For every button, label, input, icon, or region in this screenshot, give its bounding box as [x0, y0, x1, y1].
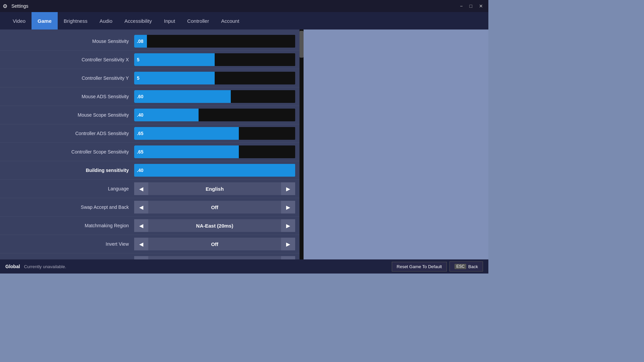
- mouse-sensitivity-label: Mouse Sensitivity: [0, 39, 134, 44]
- swap-accept-control: ◀ Off ▶: [134, 201, 297, 214]
- setting-building-sensitivity: Building sensitivity .40: [0, 161, 304, 180]
- matchmaking-region-next-button[interactable]: ▶: [281, 219, 295, 232]
- matchmaking-region-label: Matchmaking Region: [0, 223, 134, 228]
- setting-controller-sens-x: Controller Sensitivity X 5: [0, 51, 304, 69]
- toggle-sprint-control: ◀ Off ▶: [134, 256, 297, 259]
- mouse-scope-label: Mouse Scope Sensitivity: [0, 112, 134, 118]
- titlebar-title: Settings: [11, 3, 29, 9]
- nav-brightness[interactable]: Brightness: [58, 12, 94, 29]
- toggle-sprint-prev-button[interactable]: ◀: [134, 256, 148, 259]
- nav-input[interactable]: Input: [158, 12, 181, 29]
- building-sensitivity-slider[interactable]: .40: [134, 164, 295, 177]
- maximize-button[interactable]: □: [467, 3, 475, 9]
- building-sensitivity-empty: [199, 164, 295, 177]
- controller-sens-y-slider[interactable]: 5: [134, 72, 295, 84]
- setting-toggle-sprint: Toggle Sprint ◀ Off ▶: [0, 253, 304, 259]
- toggle-sprint-next-button[interactable]: ▶: [281, 256, 295, 259]
- toggle-sprint-value: Off: [148, 256, 281, 259]
- close-button[interactable]: ✕: [476, 3, 486, 9]
- nav-account[interactable]: Account: [215, 12, 245, 29]
- language-label: Language: [0, 186, 134, 191]
- controller-sens-y-control[interactable]: 5: [134, 72, 297, 84]
- mouse-ads-label: Mouse ADS Sensitivity: [0, 94, 134, 99]
- toggle-sprint-toggle: ◀ Off ▶: [134, 256, 295, 259]
- controller-scope-empty: [239, 145, 295, 158]
- minimize-button[interactable]: −: [457, 3, 465, 9]
- controller-sens-x-control[interactable]: 5: [134, 53, 297, 66]
- swap-accept-prev-button[interactable]: ◀: [134, 201, 148, 214]
- back-button[interactable]: ESC Back: [449, 261, 483, 272]
- bottombar: Global Currently unavailable. Reset Game…: [0, 259, 488, 274]
- mouse-ads-slider[interactable]: .60: [134, 90, 295, 103]
- nav-accessibility[interactable]: Accessibility: [118, 12, 158, 29]
- setting-mouse-ads: Mouse ADS Sensitivity .60: [0, 87, 304, 106]
- mouse-ads-control[interactable]: .60: [134, 90, 297, 103]
- invert-view-value: Off: [148, 238, 281, 250]
- controller-sens-y-empty: [215, 72, 295, 84]
- swap-accept-value: Off: [148, 201, 281, 214]
- language-prev-button[interactable]: ◀: [134, 182, 148, 195]
- nav-audio[interactable]: Audio: [94, 12, 118, 29]
- mouse-ads-value: .60: [137, 94, 143, 99]
- nav-video[interactable]: Video: [7, 12, 32, 29]
- controller-sens-x-fill: 5: [134, 53, 215, 66]
- language-toggle: ◀ English ▶: [134, 182, 295, 195]
- scrollbar[interactable]: [300, 29, 304, 259]
- controller-scope-control[interactable]: .65: [134, 145, 297, 158]
- setting-controller-ads: Controller ADS Sensitivity .65: [0, 124, 304, 143]
- mouse-sensitivity-value: .08: [137, 39, 143, 44]
- mouse-scope-empty: [199, 109, 295, 121]
- controller-ads-label: Controller ADS Sensitivity: [0, 131, 134, 136]
- controller-sens-x-slider[interactable]: 5: [134, 53, 295, 66]
- language-next-button[interactable]: ▶: [281, 182, 295, 195]
- nav-controller[interactable]: Controller: [181, 12, 215, 29]
- setting-language: Language ◀ English ▶: [0, 180, 304, 198]
- matchmaking-region-value: NA-East (20ms): [148, 219, 281, 232]
- invert-view-next-button[interactable]: ▶: [281, 238, 295, 250]
- esc-label: ESC: [454, 264, 466, 269]
- language-control: ◀ English ▶: [134, 182, 297, 195]
- mouse-scope-slider[interactable]: .40: [134, 109, 295, 121]
- setting-swap-accept: Swap Accept and Back ◀ Off ▶: [0, 198, 304, 217]
- controller-ads-control[interactable]: .65: [134, 127, 297, 140]
- scrollbar-thumb[interactable]: [300, 31, 304, 58]
- controller-sens-x-empty: [215, 53, 295, 66]
- mouse-sensitivity-control[interactable]: .08: [134, 35, 297, 48]
- swap-accept-toggle: ◀ Off ▶: [134, 201, 295, 214]
- main-content: Mouse Sensitivity .08 Controller Sensiti…: [0, 29, 488, 259]
- invert-view-label: Invert View: [0, 241, 134, 247]
- setting-mouse-scope: Mouse Scope Sensitivity .40: [0, 106, 304, 124]
- invert-view-prev-button[interactable]: ◀: [134, 238, 148, 250]
- controller-sens-x-label: Controller Sensitivity X: [0, 57, 134, 62]
- controller-sens-y-fill: 5: [134, 72, 215, 84]
- building-sensitivity-fill: .40: [134, 164, 199, 177]
- building-sensitivity-label: Building sensitivity: [0, 168, 134, 173]
- controller-ads-fill: .65: [134, 127, 239, 140]
- mouse-scope-control[interactable]: .40: [134, 109, 297, 121]
- nav-game[interactable]: Game: [32, 12, 58, 29]
- controller-ads-value: .65: [137, 131, 143, 136]
- back-label: Back: [468, 264, 478, 269]
- controller-sens-y-value: 5: [137, 75, 140, 81]
- titlebar-controls: − □ ✕: [457, 3, 486, 9]
- building-sensitivity-control[interactable]: .40: [134, 164, 297, 177]
- titlebar-left: ⚙ Settings: [3, 3, 29, 9]
- controller-ads-slider[interactable]: .65: [134, 127, 295, 140]
- settings-gear-icon: ⚙: [3, 3, 9, 9]
- global-label: Global: [5, 264, 20, 269]
- controller-sens-x-value: 5: [137, 57, 140, 62]
- bottombar-right: Reset Game To Default ESC Back: [392, 261, 483, 272]
- swap-accept-next-button[interactable]: ▶: [281, 201, 295, 214]
- mouse-sensitivity-slider[interactable]: .08: [134, 35, 295, 48]
- matchmaking-region-prev-button[interactable]: ◀: [134, 219, 148, 232]
- setting-controller-sens-y: Controller Sensitivity Y 5: [0, 69, 304, 87]
- mouse-ads-empty: [231, 90, 295, 103]
- status-text: Currently unavailable.: [24, 264, 66, 269]
- mouse-scope-fill: .40: [134, 109, 199, 121]
- controller-scope-slider[interactable]: .65: [134, 145, 295, 158]
- matchmaking-region-control: ◀ NA-East (20ms) ▶: [134, 219, 297, 232]
- nav-bar: Video Game Brightness Audio Accessibilit…: [0, 12, 488, 29]
- mouse-sensitivity-fill: .08: [134, 35, 147, 48]
- reset-button[interactable]: Reset Game To Default: [392, 262, 447, 272]
- controller-scope-fill: .65: [134, 145, 239, 158]
